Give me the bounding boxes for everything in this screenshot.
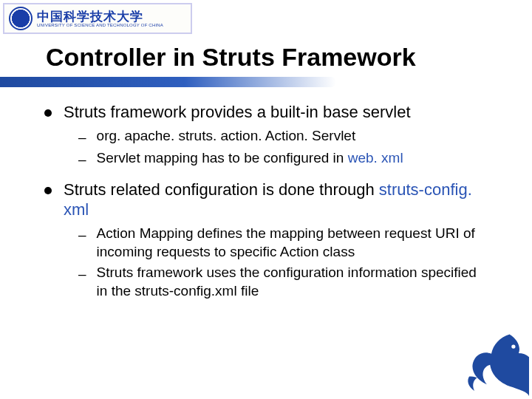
- bullet-dot-icon: [44, 109, 52, 117]
- bullet-text: Servlet mapping has to be configured in …: [97, 149, 403, 169]
- university-text: 中国科学技术大学 UNIVERSITY OF SCIENCE AND TECHN…: [37, 10, 163, 27]
- bullet-text: Struts framework provides a built-in bas…: [64, 102, 411, 123]
- university-seal-icon: [9, 7, 33, 30]
- bullet-text: Struts framework uses the configuration …: [97, 264, 488, 300]
- sub-bullet-group: – org. apache. struts. action. Action. S…: [78, 127, 488, 169]
- dragon-watermark-icon: [464, 331, 529, 396]
- bullet-dash-icon: –: [78, 265, 86, 300]
- accent-text: web. xml: [348, 150, 403, 166]
- bullet-level1: Struts framework provides a built-in bas…: [44, 102, 488, 123]
- bullet-dash-icon: –: [78, 226, 86, 261]
- bullet-level2: – Struts framework uses the configuratio…: [78, 264, 488, 300]
- bullet-dot-icon: [44, 187, 52, 194]
- bullet-dash-icon: –: [78, 129, 86, 147]
- university-name-en: UNIVERSITY OF SCIENCE AND TECHNOLOGY OF …: [37, 23, 163, 27]
- university-name-cn: 中国科学技术大学: [37, 10, 163, 23]
- bullet-text: Struts related configuration is done thr…: [64, 180, 488, 220]
- bullet-level2: – org. apache. struts. action. Action. S…: [78, 127, 488, 147]
- bullet-level2: – Action Mapping defines the mapping bet…: [78, 225, 488, 261]
- bullet-level2: – Servlet mapping has to be configured i…: [78, 149, 488, 169]
- svg-point-0: [511, 344, 515, 348]
- sub-bullet-group: – Action Mapping defines the mapping bet…: [78, 225, 488, 301]
- university-logo-bar: 中国科学技术大学 UNIVERSITY OF SCIENCE AND TECHN…: [3, 3, 192, 34]
- bullet-text: Action Mapping defines the mapping betwe…: [97, 225, 488, 261]
- bullet-text: org. apache. struts. action. Action. Ser…: [97, 127, 356, 147]
- title-underline: [0, 77, 336, 87]
- slide-title: Controller in Struts Framework: [46, 43, 416, 72]
- bullet-level1: Struts related configuration is done thr…: [44, 180, 488, 220]
- bullet-dash-icon: –: [78, 151, 86, 169]
- slide-content: Struts framework provides a built-in bas…: [44, 102, 488, 311]
